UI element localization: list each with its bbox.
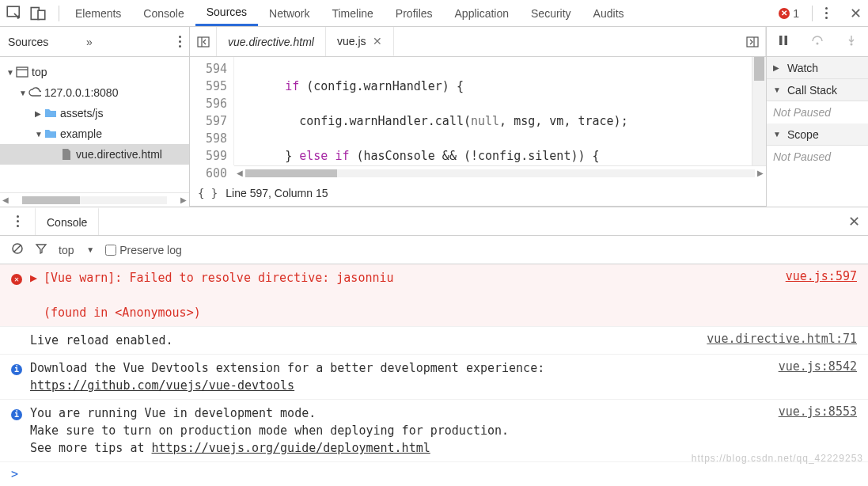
tree-top-label: top — [32, 66, 47, 78]
file-icon — [60, 148, 73, 161]
callstack-panel-header[interactable]: ▼Call Stack — [767, 79, 868, 101]
editor-statusbar: { } Line 597, Column 15 — [190, 180, 766, 207]
file-tab-vuejs[interactable]: vue.js✕ — [326, 27, 394, 56]
info-icon: i — [11, 409, 22, 420]
pause-icon[interactable] — [775, 35, 791, 48]
log-link[interactable]: https://github.com/vuejs/vue-devtools — [30, 378, 294, 393]
editor-tabs: vue.directive.html vue.js✕ — [190, 27, 766, 57]
tree-file[interactable]: vue.directive.html — [0, 144, 189, 165]
tab-sources[interactable]: Sources — [195, 0, 258, 26]
code-v-scrollbar[interactable] — [752, 57, 766, 165]
debugger-pane: ▶Watch ▼Call Stack Not Paused ▼Scope Not… — [767, 27, 868, 207]
preserve-log-checkbox[interactable]: Preserve log — [105, 244, 182, 256]
console-body: ✕ ▶ [Vue warn]: Failed to resolve direct… — [0, 264, 868, 486]
step-over-icon[interactable] — [809, 35, 825, 48]
tab-application[interactable]: Application — [444, 0, 521, 26]
log-message: Live reload enabled. — [30, 332, 692, 349]
code-h-scrollbar[interactable]: ◀▶ — [234, 165, 766, 180]
svg-rect-3 — [17, 67, 28, 77]
tab-security[interactable]: Security — [520, 0, 582, 26]
panel-title: Scope — [787, 128, 819, 141]
close-drawer-icon[interactable]: ✕ — [840, 207, 868, 235]
console-error-row[interactable]: ✕ ▶ [Vue warn]: Failed to resolve direct… — [0, 264, 868, 327]
tab-console[interactable]: Console — [132, 0, 195, 26]
editor-pane: vue.directive.html vue.js✕ 5945955965975… — [190, 27, 767, 207]
tab-profiles[interactable]: Profiles — [385, 0, 444, 26]
source-link[interactable]: vue.js:8553 — [779, 404, 857, 419]
error-count: 1 — [793, 7, 799, 20]
console-info-row[interactable]: i You are running Vue in development mod… — [0, 400, 868, 462]
main-area: Sources » ▼ top ▼ 127.0.0.1:8080 ▶ asset… — [0, 27, 868, 207]
cursor-position: Line 597, Column 15 — [226, 187, 328, 199]
panel-title: Watch — [787, 62, 818, 74]
console-info-row[interactable]: i Download the Vue Devtools extension fo… — [0, 355, 868, 400]
context-label: top — [59, 244, 74, 256]
inspect-icon[interactable] — [6, 6, 22, 21]
source-link[interactable]: vue.js:8542 — [779, 359, 857, 374]
tree-folder-assets[interactable]: ▶ assets/js — [0, 103, 189, 123]
error-detail: (found in <Anonymous>) — [44, 306, 201, 320]
close-tab-icon[interactable]: ✕ — [373, 35, 382, 47]
callstack-body: Not Paused — [767, 101, 868, 123]
sidebar-h-scrollbar[interactable]: ◀▶ — [0, 192, 189, 207]
close-icon[interactable]: ✕ — [850, 5, 862, 22]
filter-icon[interactable] — [35, 242, 47, 257]
device-toggle-icon[interactable] — [30, 6, 46, 21]
step-into-icon[interactable] — [843, 35, 859, 48]
tab-audits[interactable]: Audits — [582, 0, 635, 26]
pretty-print-icon[interactable]: { } — [198, 187, 218, 199]
error-message: [Vue warn]: Failed to resolve directive:… — [44, 271, 394, 285]
more-menu-icon[interactable] — [825, 7, 828, 19]
drawer-tab-console[interactable]: Console — [35, 207, 99, 235]
watch-panel-header[interactable]: ▶Watch — [767, 57, 868, 79]
folder-label: example — [60, 127, 102, 140]
panel-tabs: Elements Console Sources Network Timelin… — [64, 0, 779, 26]
sidebar-title: Sources — [8, 36, 78, 48]
context-selector[interactable]: top ▼ — [59, 244, 94, 256]
preserve-log-label: Preserve log — [119, 244, 182, 256]
tree-host[interactable]: ▼ 127.0.0.1:8080 — [0, 82, 189, 103]
console-prompt[interactable]: > — [0, 462, 868, 486]
console-drawer: Console ✕ top ▼ Preserve log ✕ ▶ [Vue wa… — [0, 207, 868, 486]
folder-icon — [44, 127, 57, 140]
devtools-topbar: Elements Console Sources Network Timelin… — [0, 0, 868, 27]
folder-icon — [44, 107, 57, 120]
log-link[interactable]: https://vuejs.org/guide/deployment.html — [152, 441, 430, 455]
file-tab-directive[interactable]: vue.directive.html — [217, 27, 326, 56]
file-tree: ▼ top ▼ 127.0.0.1:8080 ▶ assets/js ▼ exa… — [0, 57, 189, 192]
overflow-icon[interactable]: » — [86, 36, 93, 48]
code-area: 594595596597598599600 if (config.warnHan… — [190, 57, 766, 165]
panel-title: Call Stack — [787, 84, 837, 97]
code-content[interactable]: if (config.warnHandler) { config.warnHan… — [234, 57, 752, 165]
tab-elements[interactable]: Elements — [64, 0, 132, 26]
file-tab-label: vue.js — [337, 35, 366, 47]
line-gutter: 594595596597598599600 — [190, 57, 234, 165]
drawer-more-icon[interactable] — [0, 207, 35, 235]
tree-folder-example[interactable]: ▼ example — [0, 123, 189, 144]
svg-rect-0 — [7, 6, 19, 17]
scope-body: Not Paused — [767, 146, 868, 168]
folder-label: assets/js — [60, 107, 103, 120]
tree-top[interactable]: ▼ top — [0, 62, 189, 82]
frame-icon — [16, 66, 28, 78]
sidebar-more-icon[interactable] — [179, 36, 181, 47]
clear-console-icon[interactable] — [11, 242, 24, 257]
error-count-badge[interactable]: ✕1 — [779, 7, 799, 20]
divider — [59, 6, 59, 21]
source-link[interactable]: vue.js:597 — [786, 269, 857, 283]
tab-network[interactable]: Network — [258, 0, 320, 26]
cloud-icon — [28, 86, 41, 99]
svg-rect-9 — [779, 36, 783, 45]
file-label: vue.directive.html — [76, 148, 162, 161]
nav-toggle-icon[interactable] — [190, 27, 217, 56]
sources-sidebar: Sources » ▼ top ▼ 127.0.0.1:8080 ▶ asset… — [0, 27, 190, 207]
console-log-row[interactable]: Live reload enabled. vue.directive.html:… — [0, 327, 868, 355]
nav-toggle-right-icon[interactable] — [739, 27, 766, 56]
scope-panel-header[interactable]: ▼Scope — [767, 123, 868, 146]
source-link[interactable]: vue.directive.html:71 — [707, 332, 857, 346]
tab-timeline[interactable]: Timeline — [320, 0, 384, 26]
log-message: Download the Vue Devtools extension for … — [30, 361, 552, 375]
file-tab-label: vue.directive.html — [228, 36, 314, 48]
svg-point-13 — [850, 44, 852, 46]
svg-rect-10 — [785, 36, 788, 45]
